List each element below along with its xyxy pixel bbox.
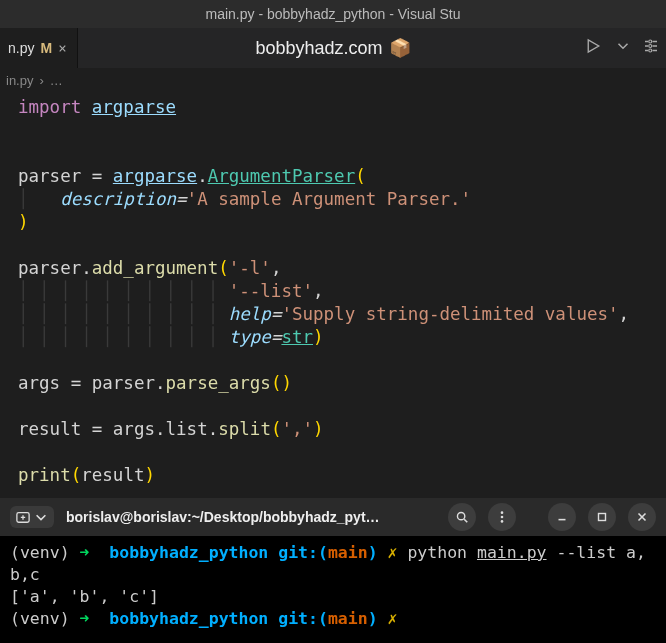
run-button[interactable] [586,37,604,59]
prompt-dirty: ✗ [388,543,398,562]
terminal-title: borislav@borislav:~/Desktop/bobbyhadz_py… [66,509,380,525]
module-link[interactable]: argparse [113,166,197,186]
module-link[interactable]: argparse [92,97,176,117]
prompt-branch: main [328,543,368,562]
tab-filename: n.py [8,40,34,56]
prompt-git: git: [278,543,318,562]
paren: ) [313,419,324,439]
variable: args [113,419,155,439]
variable: parser [92,373,155,393]
chevron-down-icon [34,510,48,524]
variable: result [81,465,144,485]
string: ',' [281,419,313,439]
paren: ( [71,465,82,485]
command: python [407,543,477,562]
prompt-arrow: ➜ [80,609,90,628]
operator: = [176,189,187,209]
window-title: main.py - bobbyhadz_python - Visual Stu [205,6,460,22]
breadcrumb-file: in.py [6,73,33,88]
package-icon: 📦 [389,37,411,59]
variable: parser [18,258,81,278]
prompt-git: git: [278,609,318,628]
param-name: type [229,327,271,347]
operator: = [60,373,92,393]
paren: ) [281,373,292,393]
paren: ( [271,373,282,393]
attribute: list [166,419,208,439]
file-tab[interactable]: n.py M × [0,28,78,68]
builtin-link[interactable]: str [281,327,313,347]
prompt-paren: ( [318,543,328,562]
new-tab-button[interactable] [10,506,54,528]
string: '--list' [229,281,313,301]
paren: ( [355,166,366,186]
param-name: description [60,189,176,209]
site-label: bobbyhadz.com [255,38,382,59]
svg-point-7 [501,520,504,523]
chevron-down-icon[interactable] [614,37,632,59]
paren: ( [271,419,282,439]
string: '-l' [229,258,271,278]
menu-button[interactable] [488,503,516,531]
terminal-body[interactable]: (venv) ➜ bobbyhadz_python git:(main) ✗ p… [0,536,666,636]
svg-point-0 [649,40,652,43]
search-button[interactable] [448,503,476,531]
method: add_argument [92,258,218,278]
dot: . [81,258,92,278]
svg-rect-8 [599,514,606,521]
prompt-paren: ) [368,609,378,628]
editor-tabbar: n.py M × bobbyhadz.com 📦 [0,28,666,68]
window-titlebar: main.py - bobbyhadz_python - Visual Stu [0,0,666,28]
variable: parser [18,166,81,186]
prompt-paren: ( [318,609,328,628]
prompt-venv: (venv) [10,543,70,562]
svg-point-4 [457,512,464,519]
minimize-button[interactable] [548,503,576,531]
variable: result [18,419,81,439]
comma: , [271,258,282,278]
breadcrumb-rest: … [50,73,63,88]
operator: = [271,304,282,324]
svg-point-2 [649,49,652,52]
svg-point-5 [501,511,504,514]
class-link[interactable]: ArgumentParser [208,166,356,186]
prompt-paren: ) [368,543,378,562]
breadcrumb-separator: › [39,73,43,88]
terminal-output: ['a', 'b', 'c'] [10,587,159,606]
paren: ) [18,212,29,232]
paren: ) [144,465,155,485]
maximize-button[interactable] [588,503,616,531]
command-file: main.py [477,543,547,562]
operator: = [81,419,113,439]
svg-point-1 [649,45,652,48]
terminal-titlebar: borislav@borislav:~/Desktop/bobbyhadz_py… [0,498,666,536]
address-bar[interactable]: bobbyhadz.com 📦 [255,37,410,59]
prompt-arrow: ➜ [80,543,90,562]
breadcrumb[interactable]: in.py › … [0,68,666,92]
dot: . [155,419,166,439]
operator: = [81,166,113,186]
prompt-venv: (venv) [10,609,70,628]
editor-actions [586,37,660,59]
builtin: print [18,465,71,485]
string: 'Supply string-delimited values' [281,304,618,324]
prompt-dir: bobbyhadz_python [109,609,268,628]
string: 'A sample Argument Parser.' [187,189,471,209]
tab-modified-indicator: M [40,40,52,56]
code-editor[interactable]: import argparse parser = argparse.Argume… [0,92,666,498]
terminal-panel: borislav@borislav:~/Desktop/bobbyhadz_py… [0,498,666,643]
close-icon[interactable]: × [58,40,66,56]
dot: . [208,419,219,439]
settings-icon[interactable] [642,37,660,59]
prompt-branch: main [328,609,368,628]
keyword: import [18,97,81,117]
prompt-dir: bobbyhadz_python [109,543,268,562]
method: split [218,419,271,439]
prompt-dirty: ✗ [388,609,398,628]
paren: ( [218,258,229,278]
param-name: help [229,304,271,324]
dot: . [155,373,166,393]
comma: , [619,304,630,324]
variable: args [18,373,60,393]
close-button[interactable] [628,503,656,531]
